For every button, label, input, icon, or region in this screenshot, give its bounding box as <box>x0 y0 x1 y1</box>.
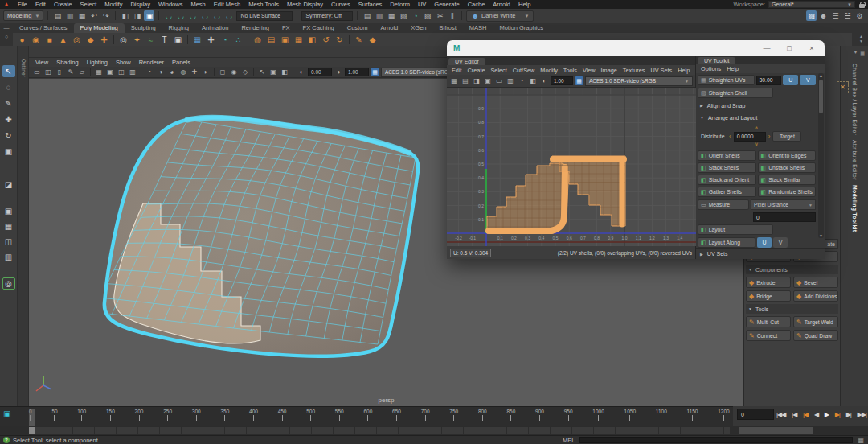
uv-editor-menu-item[interactable]: Textures <box>623 67 645 74</box>
straighten-angle-field[interactable]: 30.00 <box>756 76 781 85</box>
live-surface-field[interactable]: No Live Surface <box>236 11 293 21</box>
hypershade-icon[interactable]: ▧ <box>398 10 408 21</box>
dock-icon[interactable]: ▦ <box>860 50 865 56</box>
shell-op-button[interactable]: ◧Stack Similar <box>758 175 817 185</box>
menu-item[interactable]: Edit Mesh <box>210 1 244 8</box>
multi-cut-icon[interactable]: ◆ <box>366 34 379 45</box>
maximize-button[interactable]: □ <box>778 41 800 56</box>
distribute-value-field[interactable]: 0.0000 <box>734 132 766 142</box>
shell-op-button[interactable]: ◧Stack Shells <box>698 162 756 173</box>
gamma-icon[interactable]: ◑ <box>334 68 343 77</box>
straighten-u-button[interactable]: U <box>783 75 799 85</box>
range-slider-track[interactable] <box>29 427 730 434</box>
poly-cone-icon[interactable]: ▲ <box>57 34 69 45</box>
shelf-tab[interactable]: Custom <box>341 23 375 33</box>
uv-toolbar-icon[interactable]: ◐ <box>539 76 549 86</box>
component-op-button[interactable]: ◆Bevel <box>793 277 838 288</box>
render-view-icon[interactable]: ◔ <box>410 10 420 21</box>
panel-menu-item[interactable]: Panels <box>172 59 190 66</box>
measure-mode-dropdown[interactable]: Pixel Distance▼ <box>751 199 816 210</box>
sculpt-tool-icon[interactable]: ◔ <box>219 34 231 45</box>
uv-sets-section[interactable]: ▶ UV Sets <box>696 248 825 259</box>
measure-button[interactable]: ▭Measure <box>698 199 749 210</box>
range-slider-handle[interactable] <box>29 427 35 434</box>
menu-item[interactable]: Mesh Tools <box>244 1 283 8</box>
save-scene-icon[interactable]: ▦ <box>76 10 87 21</box>
shell-op-button[interactable]: ◧Gather Shells <box>698 187 756 197</box>
uv-editor-tab[interactable]: UV Editor <box>448 58 485 65</box>
sweep-mesh-icon[interactable]: ≈ <box>145 34 157 45</box>
super-shape-icon[interactable]: ✦ <box>131 34 143 45</box>
viewport-toolbar-icon[interactable]: ◉ <box>229 68 239 77</box>
user-account-dropdown[interactable]: ☻ Daniel White ▼ <box>466 10 534 22</box>
timeline-playhead[interactable] <box>29 409 35 426</box>
color-managed-icon[interactable]: ▦ <box>371 68 379 76</box>
component-op-button[interactable]: ◆Bridge <box>746 290 791 302</box>
color-managed-icon[interactable]: ▦ <box>575 76 583 85</box>
range-slider-options[interactable] <box>739 427 813 434</box>
exposure-icon[interactable]: ◐ <box>297 68 306 77</box>
uv-editor-menu-item[interactable]: Select <box>490 67 506 74</box>
shelf-tab[interactable]: XGen <box>404 23 432 33</box>
uv-toolbar-icon[interactable]: ▣ <box>483 76 493 86</box>
shelf-tab[interactable]: FX <box>276 23 297 33</box>
svg-icon[interactable]: ▣ <box>172 34 184 45</box>
arrange-and-layout-section[interactable]: ▼Arrange and Layout <box>698 113 816 122</box>
exposure-field[interactable]: 0.00 <box>308 68 332 76</box>
mel-label[interactable]: MEL <box>563 437 575 444</box>
shell-op-button[interactable]: ◧Unstack Shells <box>758 162 817 173</box>
open-scene-icon[interactable]: ▥ <box>64 10 75 21</box>
uv-editor-menu-item[interactable]: Tools <box>563 67 577 74</box>
play-forwards-button[interactable]: ▶ <box>825 411 829 418</box>
poly-sphere-icon[interactable]: ● <box>16 34 28 45</box>
menu-item[interactable]: Display <box>126 1 154 8</box>
shelf-tab[interactable]: Poly Modeling <box>74 23 125 33</box>
viewport-toolbar-icon[interactable]: ◧ <box>280 68 289 77</box>
render-settings-icon[interactable]: ▦ <box>386 10 396 21</box>
toolkit-tool-button[interactable]: ✎Connect <box>746 330 791 341</box>
uv-editor-menu-item[interactable]: Modify <box>540 67 558 74</box>
platonic-icon[interactable]: ◎ <box>117 34 129 45</box>
snap-view-plane-icon[interactable]: ◡ <box>211 10 222 21</box>
straighten-uvs-button[interactable]: ▦Straighten UVs <box>698 75 755 85</box>
panel-menu-item[interactable]: Renderer <box>139 59 164 66</box>
viewport-toolbar-icon[interactable]: ✚ <box>190 68 199 77</box>
select-component-icon[interactable]: ▣ <box>144 10 154 21</box>
uv-toolbar-icon[interactable]: ◔ <box>517 76 526 86</box>
uv-view-transform-dropdown[interactable]: ACES 1.0 SDR-video (sRGB▼ <box>585 76 693 86</box>
mel-command-input[interactable] <box>579 437 853 443</box>
menu-item[interactable]: Create <box>50 1 76 8</box>
outliner-collapsed-panel[interactable]: Outliner <box>18 46 29 406</box>
show-ui-elements-icon[interactable]: ▨ <box>806 10 817 21</box>
poly-cube-icon[interactable]: ◉ <box>30 34 42 45</box>
viewport-toolbar-icon[interactable]: ▣ <box>105 68 115 77</box>
mirror-icon[interactable]: ◧ <box>306 34 318 45</box>
render-icon[interactable]: ▤ <box>362 10 372 21</box>
zoom-tool-icon[interactable]: ◎ <box>2 278 15 290</box>
scale-tool[interactable]: ▣ <box>2 146 15 158</box>
menu-set-dropdown[interactable]: Modeling▼ <box>3 10 43 21</box>
uv-editor-menu-item[interactable]: Image <box>601 67 617 74</box>
scrollbar-thumb[interactable] <box>819 80 823 113</box>
viewport-toolbar-icon[interactable]: ◍ <box>178 68 188 77</box>
script-editor-icon[interactable]: ▦ <box>858 437 864 444</box>
minimize-button[interactable]: — <box>755 41 778 56</box>
make-live-icon[interactable]: ◡ <box>223 10 234 21</box>
poly-disc-icon[interactable]: ✚ <box>98 34 110 45</box>
viewport-toolbar-icon[interactable]: ◫ <box>117 68 126 77</box>
shelf-tab[interactable]: Motion Graphics <box>493 23 550 33</box>
workspace-dropdown[interactable]: General*▼ <box>768 1 855 8</box>
viewport-toolbar-icon[interactable]: ▦ <box>94 68 104 77</box>
layout-single-pane[interactable]: ▣ <box>2 205 15 217</box>
menu-item[interactable]: Generate <box>430 1 463 8</box>
character-set-icon[interactable]: ▣ <box>3 409 10 418</box>
poly-torus-icon[interactable]: ◎ <box>71 34 83 45</box>
layout-along-u-button[interactable]: U <box>757 237 772 248</box>
new-scene-icon[interactable]: ▤ <box>52 10 63 21</box>
pause-icon[interactable]: ‖ <box>447 10 457 21</box>
shell-op-button[interactable]: ◧Stack and Orient <box>698 175 756 185</box>
separate-icon[interactable]: ▣ <box>279 34 291 45</box>
conform-icon[interactable]: ↻ <box>334 34 346 45</box>
viewport-toolbar-icon[interactable]: ▥ <box>128 68 137 77</box>
boolean-icon[interactable]: ◍ <box>252 34 264 45</box>
